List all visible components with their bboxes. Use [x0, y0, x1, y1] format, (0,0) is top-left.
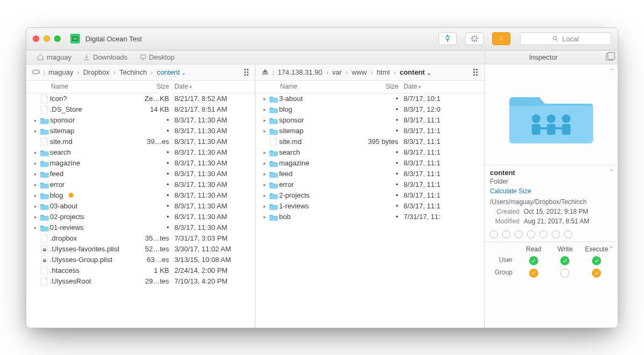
file-row[interactable]: ▸3-about•8/7/17, 10:1 — [255, 93, 484, 104]
file-row[interactable]: ▸search•8/3/17, 11:30 AM — [26, 147, 255, 158]
breadcrumb-segment[interactable]: content⌄ — [400, 68, 431, 76]
file-row[interactable]: ▸sitemap•8/3/17, 11:30 AM — [26, 126, 255, 136]
disclosure-triangle[interactable]: ▸ — [261, 171, 268, 177]
new-window-icon[interactable] — [606, 53, 613, 61]
disclosure-triangle[interactable]: ▸ — [261, 204, 268, 209]
file-row[interactable]: .dropbox35…tes7/31/17, 3:03 PM — [26, 233, 255, 244]
disclosure-triangle[interactable]: ▸ — [32, 182, 39, 187]
file-row[interactable]: site.md39…es8/3/17, 11:30 AM — [26, 136, 255, 147]
file-row[interactable]: site.md395 bytes8/3/17, 11:1 — [255, 136, 484, 147]
file-row[interactable]: .DS_Store14 KB8/21/17, 8:51 AM — [26, 104, 255, 115]
breadcrumb-segment[interactable]: content⌄ — [157, 68, 186, 76]
breadcrumb-segment[interactable]: var — [332, 68, 342, 76]
search-field[interactable]: Local — [520, 32, 611, 45]
disclosure-triangle[interactable]: ▸ — [32, 204, 39, 209]
file-row[interactable]: ▸sponsor•8/3/17, 11:1 — [255, 115, 484, 126]
tag-slot[interactable] — [527, 230, 535, 238]
perm-user-read[interactable] — [518, 256, 550, 265]
disclosure-triangle[interactable]: ▸ — [32, 225, 39, 230]
file-row[interactable]: ▸2-projects•8/3/17, 11:1 — [255, 190, 484, 201]
breadcrumb-segment[interactable]: www — [352, 68, 367, 76]
eject-icon[interactable] — [261, 68, 269, 76]
file-row[interactable]: ▸magazine•8/3/17, 11:30 AM — [26, 158, 255, 169]
disclosure-triangle[interactable]: ▸ — [32, 118, 39, 123]
favorite-maguay[interactable]: maguay — [37, 53, 71, 61]
right-header-size[interactable]: Size — [361, 83, 404, 90]
file-row[interactable]: ▸sponsor•8/3/17, 11:30 AM — [26, 115, 255, 126]
tag-slot[interactable] — [552, 230, 560, 238]
file-row[interactable]: ▸feed•8/3/17, 11:1 — [255, 169, 484, 179]
file-row[interactable]: ▸02-projects•8/3/17, 11:30 AM — [26, 212, 255, 222]
file-row[interactable]: ▸magazine•8/3/17, 11:1 — [255, 158, 484, 169]
disclosure-triangle[interactable]: ▸ — [32, 128, 39, 134]
close-window-button[interactable] — [33, 35, 39, 42]
disclosure-triangle[interactable]: ▸ — [261, 161, 268, 166]
breadcrumb-segment[interactable]: Dropbox — [83, 68, 109, 76]
disclosure-triangle[interactable]: ▸ — [261, 96, 268, 102]
disclosure-triangle[interactable]: ▸ — [32, 161, 39, 166]
perm-group-execute[interactable] — [581, 269, 612, 278]
disclosure-triangle[interactable]: ▸ — [261, 193, 268, 198]
activity-button[interactable] — [465, 32, 484, 45]
minimize-window-button[interactable] — [43, 35, 50, 42]
perm-group-read[interactable] — [518, 269, 550, 278]
file-row[interactable]: ▸error•8/3/17, 11:1 — [255, 179, 484, 190]
sync-button[interactable] — [438, 32, 457, 45]
file-row[interactable]: ▸blog•8/3/17, 11:30 AM — [26, 190, 255, 201]
right-header-date[interactable]: Date▾ — [404, 83, 479, 90]
section-toggle-icon[interactable]: ⌃ — [609, 169, 613, 175]
favorite-downloads[interactable]: Downloads — [83, 53, 127, 61]
perm-group-write[interactable] — [550, 269, 581, 278]
left-file-list[interactable]: Icon?Ze…KB8/21/17, 8:52 AM.DS_Store14 KB… — [26, 93, 255, 328]
tag-slot[interactable] — [515, 230, 523, 238]
file-row[interactable]: ▸error•8/3/17, 11:30 AM — [26, 179, 255, 190]
breadcrumb-segment[interactable]: 174.138.31.90 — [277, 68, 322, 76]
disclosure-triangle[interactable]: ▸ — [32, 193, 39, 198]
disclosure-triangle[interactable]: ▸ — [261, 107, 268, 112]
disclosure-triangle[interactable]: ▸ — [32, 214, 39, 220]
perm-user-write[interactable] — [550, 256, 581, 265]
left-view-mode-button[interactable] — [244, 69, 250, 76]
left-header-name[interactable]: Name — [32, 83, 131, 90]
right-view-mode-button[interactable] — [473, 69, 479, 76]
file-row[interactable]: ▸blog•8/3/17, 12:0 — [255, 104, 484, 115]
tag-slot[interactable] — [490, 230, 498, 238]
right-header-name[interactable]: Name — [261, 83, 361, 90]
section-toggle-icon[interactable]: ⌃ — [609, 245, 613, 251]
file-row[interactable]: .UlyssesRoot29…tes7/10/13, 4:20 PM — [26, 276, 255, 287]
section-toggle-icon[interactable]: ⌃ — [609, 68, 613, 74]
file-row[interactable]: ▸feed•8/3/17, 11:30 AM — [26, 169, 255, 179]
file-row[interactable]: ▸03-about•8/3/17, 11:30 AM — [26, 201, 255, 212]
file-row[interactable]: .htaccess1 KB2/24/14, 2:00 PM — [26, 265, 255, 276]
favorite-desktop[interactable]: Desktop — [140, 53, 175, 61]
file-row[interactable]: ▸1-reviews•8/3/17, 11:1 — [255, 201, 484, 212]
disclosure-triangle[interactable]: ▸ — [261, 118, 268, 123]
breadcrumb-segment[interactable]: html — [377, 68, 390, 76]
disclosure-triangle[interactable]: ▸ — [261, 182, 268, 187]
local-disk-icon[interactable] — [32, 68, 40, 76]
breadcrumb-segment[interactable]: maguay — [48, 68, 73, 76]
disclosure-triangle[interactable]: ▸ — [32, 171, 39, 177]
perm-user-execute[interactable] — [581, 256, 612, 265]
calculate-size-link[interactable]: Calculate Size — [490, 187, 531, 195]
left-header-size[interactable]: Size — [131, 83, 174, 90]
tag-slot[interactable] — [539, 230, 547, 238]
file-row[interactable]: ▸search•8/3/17, 11:1 — [255, 147, 484, 158]
breadcrumb-segment[interactable]: Techinch — [119, 68, 147, 76]
right-file-list[interactable]: ▸3-about•8/7/17, 10:1▸blog•8/3/17, 12:0▸… — [255, 93, 484, 328]
file-row[interactable]: Icon?Ze…KB8/21/17, 8:52 AM — [26, 93, 255, 104]
zoom-window-button[interactable] — [54, 35, 61, 42]
tag-slot[interactable] — [564, 230, 572, 238]
disclosure-triangle[interactable]: ▸ — [261, 128, 268, 134]
info-button[interactable] — [492, 32, 510, 45]
file-row[interactable]: .Ulysses-Group.plist63…es3/13/15, 10:08 … — [26, 255, 255, 265]
file-row[interactable]: ▸01-reviews•8/3/17, 11:30 AM — [26, 222, 255, 233]
disclosure-triangle[interactable]: ▸ — [32, 150, 39, 155]
file-row[interactable]: ▸sitemap•8/3/17, 11:1 — [255, 126, 484, 136]
file-row[interactable]: .Ulysses-favorites.plist52…tes3/30/17, 1… — [26, 244, 255, 255]
disclosure-triangle[interactable]: ▸ — [261, 150, 268, 155]
tag-slot[interactable] — [502, 230, 510, 238]
inspector-tab[interactable]: Inspector — [485, 50, 618, 64]
file-row[interactable]: ▸bob•7/31/17, 11: — [255, 212, 484, 222]
left-header-date[interactable]: Date▾ — [174, 83, 250, 90]
